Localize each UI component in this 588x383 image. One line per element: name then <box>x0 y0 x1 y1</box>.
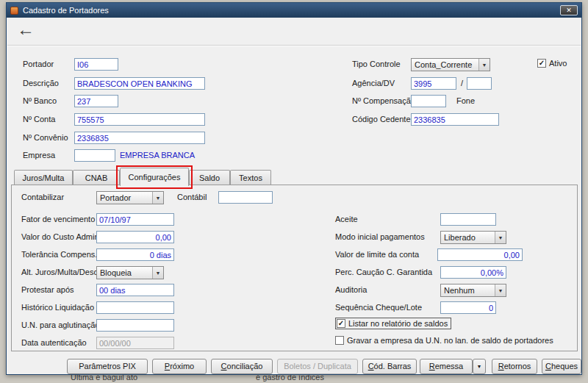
alt-juros-select[interactable]: Bloqueia ▼ <box>96 266 164 279</box>
listar-relatorio-checkbox-box: ✓ <box>337 319 345 328</box>
agencia-input[interactable] <box>411 77 456 90</box>
convenio-label: Nº Convênio <box>23 133 68 142</box>
gravar-empresa-checkbox-box <box>335 336 344 345</box>
aceite-input[interactable] <box>440 213 496 226</box>
contabil-input[interactable] <box>218 191 273 204</box>
auditoria-select[interactable]: Nenhum ▼ <box>440 284 506 297</box>
parametros-pix-label: Parâmetros PIX <box>68 359 147 373</box>
modo-pagamentos-select[interactable]: Liberado ▼ <box>440 231 506 244</box>
listar-relatorio-checkbox[interactable]: ✓ Listar no relatório de saldos <box>335 318 451 329</box>
conciliacao-button[interactable]: Conciliação <box>211 359 273 374</box>
boletos-duplicata-label: Boletos / Duplicata <box>278 359 357 373</box>
chevron-down-icon: ▼ <box>473 359 485 373</box>
check-icon: ✓ <box>539 60 545 67</box>
fator-vencimento-input[interactable] <box>96 213 174 226</box>
back-button[interactable]: ← <box>17 21 35 38</box>
tolerancia-input[interactable] <box>96 248 174 261</box>
ativo-label: Ativo <box>549 59 567 68</box>
custo-admin-input[interactable] <box>96 231 174 243</box>
tab-saldo[interactable]: Saldo <box>189 170 230 185</box>
un-aglutinacao-label: U.N. para aglutinação <box>21 321 99 329</box>
descricao-label: Descrição <box>23 79 59 87</box>
remessa-dropdown-button[interactable]: ▼ <box>473 359 486 374</box>
alt-juros-value: Bloqueia <box>97 268 152 277</box>
proximo-button[interactable]: Próximo <box>152 359 207 374</box>
compensacao-input[interactable] <box>411 95 446 107</box>
protestar-label: Protestar após <box>21 285 74 294</box>
caucao-label: Perc. Caução C. Garantida <box>335 268 432 276</box>
listar-relatorio-label: Listar no relatório de saldos <box>348 319 448 328</box>
alt-juros-label: Alt. Juros/Multa/Desc. <box>21 268 100 276</box>
close-button[interactable]: ✕ <box>560 5 578 15</box>
modo-pagamentos-value: Liberado <box>441 233 495 242</box>
descricao-input[interactable] <box>74 77 205 90</box>
contabilizar-value: Portador <box>97 193 152 202</box>
dv-input[interactable] <box>467 77 492 90</box>
contabilizar-select[interactable]: Portador ▼ <box>96 191 164 204</box>
app-icon <box>10 7 18 15</box>
sequencia-cheque-input[interactable] <box>440 301 496 314</box>
ativo-checkbox[interactable]: ✓ Ativo <box>537 59 567 68</box>
data-autenticacao-input <box>96 337 174 349</box>
tolerancia-label: Tolerância Compens. <box>21 250 97 259</box>
ativo-checkbox-box: ✓ <box>537 59 546 68</box>
check-icon: ✓ <box>338 320 344 327</box>
close-icon: ✕ <box>566 7 572 14</box>
chevron-down-icon: ▼ <box>495 284 506 296</box>
chevron-down-icon: ▼ <box>495 232 506 243</box>
empresa-display: EMPRESA BRANCA <box>120 151 195 160</box>
retornos-button[interactable]: Retornos <box>492 359 537 374</box>
proximo-label: Próximo <box>153 359 206 373</box>
gravar-empresa-checkbox[interactable]: Gravar a empresa da U.N. no lan. de sald… <box>335 336 553 345</box>
convenio-input[interactable] <box>74 132 205 144</box>
agencia-label: Agência/DV <box>352 79 395 87</box>
cadastro-portadores-window: Cadastro de Portadores ✕ ← Portador Desc… <box>6 2 582 375</box>
chevron-down-icon: ▼ <box>478 59 490 71</box>
banco-input[interactable] <box>74 95 118 107</box>
cheques-label: Cheques <box>542 359 581 373</box>
conta-input[interactable] <box>74 113 205 126</box>
sequencia-cheque-label: Sequência Cheque/Lote <box>335 303 422 312</box>
aceite-label: Aceite <box>335 215 358 223</box>
boletos-duplicata-button: Boletos / Duplicata <box>277 359 358 374</box>
cod-barras-label: Cód. Barras <box>363 359 416 373</box>
agencia-dv-separator: / <box>461 79 463 87</box>
portador-input[interactable] <box>74 58 118 71</box>
cheques-button[interactable]: Cheques <box>542 359 581 374</box>
cedente-input[interactable] <box>411 113 499 126</box>
tab-cnab[interactable]: CNAB <box>73 170 120 185</box>
fator-vencimento-label: Fator de vencimento <box>21 215 95 223</box>
remessa-button[interactable]: Remessa <box>420 359 473 374</box>
historico-input[interactable] <box>96 301 174 314</box>
limite-conta-input[interactable] <box>437 248 523 261</box>
tab-juros-multa[interactable]: Juros/Multa <box>14 170 73 185</box>
empresa-input[interactable] <box>74 149 115 162</box>
protestar-input[interactable] <box>96 284 174 296</box>
contabilizar-label: Contabilizar <box>21 193 64 201</box>
limite-conta-label: Valor de limite da conta <box>335 250 419 259</box>
remessa-label: Remessa <box>420 359 472 373</box>
chevron-down-icon: ▼ <box>152 267 163 279</box>
auditoria-label: Auditoria <box>335 285 367 294</box>
compensacao-label: Nº Compensação <box>352 96 415 105</box>
tab-configuracoes[interactable]: Configurações <box>120 168 189 186</box>
titlebar[interactable]: Cadastro de Portadores ✕ <box>7 3 581 18</box>
banco-label: Nº Banco <box>23 96 57 105</box>
auditoria-value: Nenhum <box>441 286 495 295</box>
tipo-controle-label: Tipo Controle <box>352 60 401 68</box>
conciliacao-label: Conciliação <box>212 359 272 373</box>
historico-label: Histórico Liquidação <box>21 303 94 312</box>
tipo-controle-select[interactable]: Conta_Corrente ▼ <box>411 58 490 71</box>
chevron-down-icon: ▼ <box>152 192 163 204</box>
caucao-input[interactable] <box>440 266 506 279</box>
toolbar-separator <box>7 45 581 46</box>
portador-label: Portador <box>23 60 54 68</box>
cedente-label: Código Cedente <box>352 115 411 124</box>
un-aglutinacao-input[interactable] <box>96 319 174 332</box>
cod-barras-button[interactable]: Cód. Barras <box>362 359 417 374</box>
window-title: Cadastro de Portadores <box>23 6 109 15</box>
data-autenticacao-label: Data autenticação <box>21 338 87 347</box>
tab-textos[interactable]: Textos <box>230 170 271 185</box>
parametros-pix-button[interactable]: Parâmetros PIX <box>67 359 148 374</box>
tipo-controle-value: Conta_Corrente <box>412 60 478 69</box>
